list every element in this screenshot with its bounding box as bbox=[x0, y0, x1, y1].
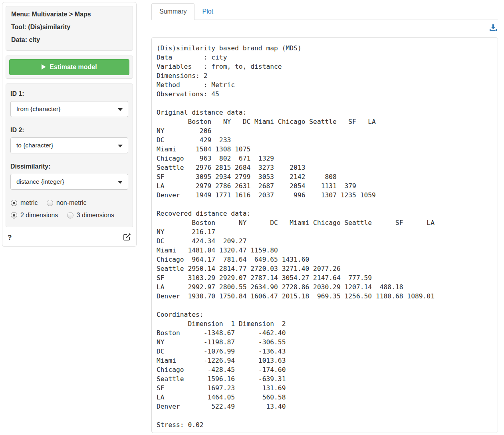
tab-bar: Summary Plot bbox=[151, 3, 498, 20]
radio-non-metric[interactable] bbox=[47, 200, 53, 206]
summary-output-panel: (Dis)similarity based brand map (MDS) Da… bbox=[151, 37, 498, 433]
id1-label: ID 1: bbox=[10, 90, 128, 97]
edit-report-icon[interactable] bbox=[123, 233, 131, 242]
output-toolbar bbox=[151, 20, 498, 37]
main-panel: Summary Plot (Dis)similarity based brand… bbox=[151, 3, 498, 433]
id2-label: ID 2: bbox=[10, 127, 128, 134]
id2-select[interactable]: to {character} bbox=[10, 137, 128, 153]
estimate-model-label: Estimate model bbox=[50, 64, 97, 70]
dissimilarity-selected-value: distance {integer} bbox=[16, 178, 64, 185]
id1-select[interactable]: from {character} bbox=[10, 101, 128, 117]
data-label: Data: city bbox=[11, 36, 127, 44]
method-radio-group: metric non-metric bbox=[11, 199, 128, 207]
tab-summary[interactable]: Summary bbox=[151, 3, 194, 20]
menu-breadcrumb: Menu: Multivariate > Maps bbox=[11, 11, 127, 18]
tab-plot[interactable]: Plot bbox=[194, 4, 221, 20]
radio-metric-label[interactable]: metric bbox=[20, 199, 38, 206]
summary-output-text: (Dis)similarity based brand map (MDS) Da… bbox=[157, 44, 493, 429]
radio-metric[interactable] bbox=[11, 200, 17, 206]
download-icon[interactable] bbox=[490, 24, 497, 33]
radio-2-dimensions-label[interactable]: 2 dimensions bbox=[20, 212, 58, 218]
dissimilarity-select[interactable]: distance {integer} bbox=[10, 174, 128, 190]
radio-2-dimensions[interactable] bbox=[11, 212, 17, 218]
dimensions-radio-group: 2 dimensions 3 dimensions bbox=[11, 212, 128, 219]
caret-down-icon bbox=[118, 145, 123, 147]
caret-down-icon bbox=[118, 108, 123, 111]
caret-down-icon bbox=[118, 181, 123, 184]
radio-3-dimensions-label[interactable]: 3 dimensions bbox=[77, 212, 114, 218]
sidebar-footer: ? bbox=[6, 232, 133, 244]
play-icon bbox=[42, 64, 46, 71]
help-link[interactable]: ? bbox=[8, 234, 12, 242]
sidebar: Menu: Multivariate > Maps Tool: (Dis)sim… bbox=[2, 2, 137, 247]
mds-options-panel: ID 1: from {character} ID 2: to {charact… bbox=[6, 83, 133, 227]
estimate-model-button[interactable]: Estimate model bbox=[9, 59, 129, 75]
radio-3-dimensions[interactable] bbox=[67, 212, 73, 218]
radio-non-metric-label[interactable]: non-metric bbox=[56, 199, 87, 206]
tool-label: Tool: (Dis)similarity bbox=[11, 24, 127, 31]
id2-selected-value: to {character} bbox=[16, 142, 53, 149]
model-info-panel: Menu: Multivariate > Maps Tool: (Dis)sim… bbox=[6, 6, 133, 51]
id1-selected-value: from {character} bbox=[16, 105, 60, 112]
estimate-panel: Estimate model bbox=[6, 56, 133, 79]
dissimilarity-label: Dissimilarity: bbox=[10, 163, 128, 170]
